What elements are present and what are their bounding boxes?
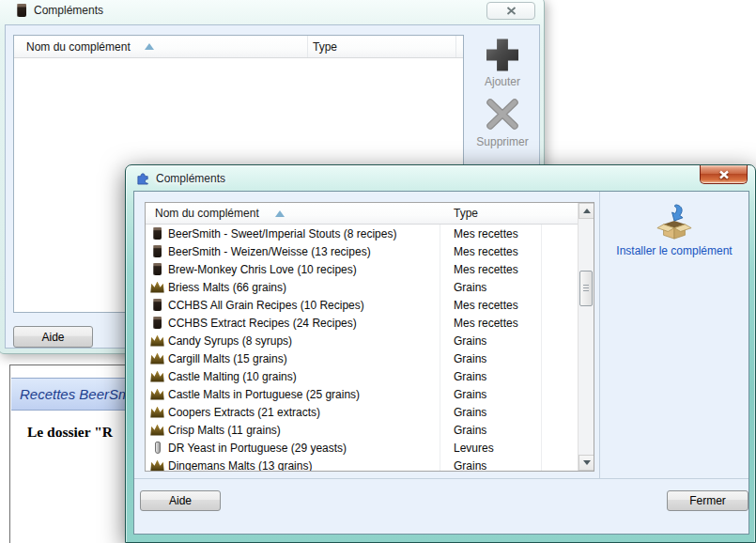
dialog-content: Nom du complément Type BeerSmith - Sweet… [133, 191, 749, 535]
panel-divider-horizontal [134, 478, 748, 479]
sort-ascending-icon [145, 43, 154, 50]
delete-icon[interactable] [483, 97, 522, 132]
list-item[interactable]: Cargill Malts (15 grains) Grains [146, 349, 594, 367]
grain-icon [150, 459, 164, 473]
sort-ascending-icon [275, 210, 285, 217]
addons-list[interactable]: Nom du complément Type BeerSmith - Sweet… [145, 202, 594, 472]
titlebar[interactable]: Compléments [0, 0, 544, 23]
column-divider [307, 36, 308, 57]
grain-icon [150, 334, 164, 348]
beer-mug-icon [14, 4, 28, 17]
column-header-type[interactable]: Type [454, 207, 478, 220]
actions-panel: Ajouter Supprimer [468, 38, 537, 148]
close-button[interactable] [486, 2, 535, 20]
install-addon-action[interactable]: Installer le complément [600, 192, 748, 478]
window-title: Compléments [156, 172, 225, 185]
grain-icon [150, 406, 164, 419]
grain-icon [150, 281, 164, 294]
titlebar[interactable]: Compléments [126, 165, 755, 191]
list-item[interactable]: Castle Malts in Portuguese (25 grains) G… [146, 385, 594, 403]
screen: Recettes BeerSm Le dossier "R Complément… [0, 0, 756, 543]
window-title: Compléments [34, 4, 103, 17]
list-item[interactable]: Crisp Malts (11 grains) Grains [146, 421, 594, 439]
column-header-type[interactable]: Type [313, 40, 337, 54]
triangle-up-icon [583, 209, 591, 213]
scroll-up-button[interactable] [579, 203, 594, 219]
column-header-name[interactable]: Nom du complément [155, 207, 259, 220]
puzzle-icon [136, 171, 150, 185]
list-item[interactable]: BeerSmith - Weizen/Weisse (13 recipes) M… [146, 242, 594, 260]
add-button[interactable]: Ajouter [485, 75, 520, 88]
column-divider [455, 36, 456, 57]
help-button[interactable]: Aide [140, 490, 221, 511]
list-item[interactable]: Brew-Monkey Chris Love (10 recipes) Mes … [146, 260, 594, 278]
help-button[interactable]: Aide [13, 326, 93, 348]
list-item[interactable]: Briess Malts (66 grains) Grains [146, 278, 594, 296]
beer-mug-icon [150, 245, 164, 258]
close-icon [718, 170, 730, 179]
list-item[interactable]: Dingemans Malts (13 grains) Grains [146, 457, 594, 472]
table-header: Nom du complément Type [14, 36, 463, 58]
grain-icon [150, 370, 164, 383]
delete-button[interactable]: Supprimer [476, 135, 528, 148]
close-dialog-button[interactable]: Fermer [667, 490, 748, 511]
report-title: Recettes BeerSm [11, 386, 131, 402]
beer-mug-icon [150, 299, 164, 312]
yeast-vial-icon [150, 442, 164, 455]
list-item[interactable]: CCHBS Extract Recipes (24 Recipes) Mes r… [146, 314, 594, 332]
complements-dialog-active: Compléments Nom du complément Type [125, 164, 756, 543]
close-icon [506, 7, 517, 15]
document-text: Le dossier "R [27, 424, 113, 441]
list-item[interactable]: DR Yeast in Portuguese (29 yeasts) Levur… [146, 439, 594, 457]
beer-mug-icon [150, 227, 164, 240]
beer-mug-icon [150, 263, 164, 276]
list-item[interactable]: Coopers Extracts (21 extracts) Grains [146, 403, 594, 421]
grain-icon [150, 388, 164, 401]
list-item[interactable]: CCHBS All Grain Recipes (10 Recipes) Mes… [146, 296, 594, 314]
list-item[interactable]: BeerSmith - Sweet/Imperial Stouts (8 rec… [146, 225, 594, 242]
report-header-band: Recettes BeerSm [11, 378, 131, 411]
close-button[interactable] [700, 165, 748, 184]
beer-mug-icon [150, 317, 164, 330]
install-addon-label: Installer le complément [616, 244, 732, 257]
add-icon[interactable] [486, 38, 520, 72]
rows-container: BeerSmith - Sweet/Imperial Stouts (8 rec… [146, 225, 594, 472]
grain-icon [150, 424, 164, 437]
table-header: Nom du complément Type [146, 203, 578, 225]
main-app-fragment: Recettes BeerSm Le dossier "R [9, 365, 131, 543]
install-box-icon [653, 203, 696, 240]
list-item[interactable]: Candy Syrups (8 syrups) Grains [146, 332, 594, 349]
grain-icon [150, 352, 164, 365]
column-header-name[interactable]: Nom du complément [26, 40, 131, 54]
list-item[interactable]: Castle Malting (10 grains) Grains [146, 367, 594, 385]
